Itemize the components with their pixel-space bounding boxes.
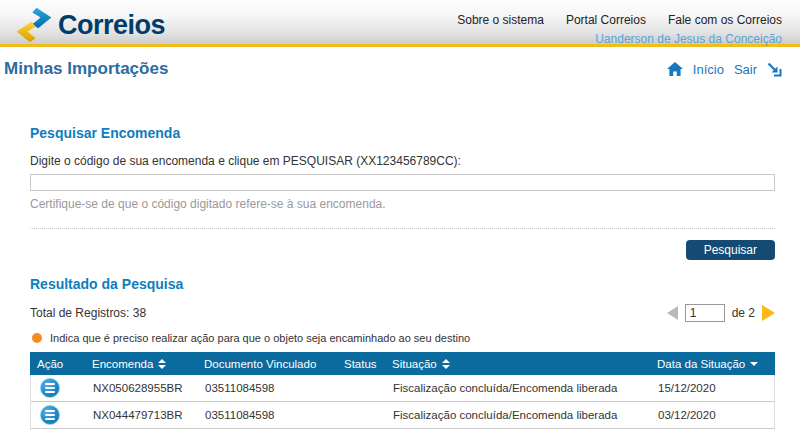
logout-link[interactable]: Sair (734, 62, 757, 77)
home-link[interactable]: Início (693, 62, 724, 77)
page-title: Minhas Importações (4, 59, 168, 79)
table-row: NX044479713BR 03511084598 Fiscalização c… (31, 402, 774, 429)
exit-arrow-icon[interactable] (767, 62, 782, 77)
results-table: Ação Encomenda Documento Vinculado Statu… (30, 352, 775, 430)
sub-header: Minhas Importações Início Sair (0, 47, 800, 79)
action-legend: Indica que é preciso realizar ação para … (30, 332, 775, 344)
row-action-menu-button[interactable] (40, 405, 60, 425)
current-page-input[interactable] (685, 304, 725, 322)
cell-situacao: Fiscalização concluída/Encomenda liberad… (386, 409, 651, 421)
next-page-icon[interactable] (762, 305, 775, 321)
previous-page-icon[interactable] (667, 306, 678, 320)
main-content: Pesquisar Encomenda Digite o código de s… (0, 125, 800, 430)
cell-data: 03/12/2020 (651, 409, 774, 421)
search-instruction-label: Digite o código de sua encomenda e cliqu… (30, 154, 775, 168)
correios-logo[interactable]: Correios (14, 6, 165, 44)
tracking-code-input[interactable] (30, 174, 775, 191)
total-records-label: Total de Registros: 38 (30, 306, 146, 320)
page-count-label: de 2 (732, 306, 755, 320)
dotted-separator (30, 228, 775, 229)
sort-desc-icon[interactable] (750, 362, 758, 366)
cell-encomenda: NX050628955BR (86, 382, 198, 394)
sub-navigation: Início Sair (667, 62, 782, 77)
column-header-status: Status (337, 358, 385, 370)
home-icon[interactable] (667, 62, 683, 77)
cell-encomenda: NX044479713BR (86, 409, 198, 421)
cell-documento: 03511084598 (198, 409, 338, 421)
column-header-data-da-situacao[interactable]: Data da Situação (650, 358, 775, 370)
search-section-title: Pesquisar Encomenda (30, 125, 775, 141)
top-bar: Correios Sobre o sistema Portal Correios… (0, 0, 800, 47)
logged-user-name: Uanderson de Jesus da Conceição (595, 32, 782, 46)
nav-sobre-o-sistema[interactable]: Sobre o sistema (457, 13, 544, 27)
sort-both-icon[interactable] (442, 359, 450, 369)
legend-text: Indica que é preciso realizar ação para … (50, 332, 470, 344)
table-header-row: Ação Encomenda Documento Vinculado Statu… (30, 352, 775, 375)
nav-fale-com-os-correios[interactable]: Fale com os Correios (668, 13, 782, 27)
column-header-acao: Ação (30, 358, 85, 370)
top-navigation: Sobre o sistema Portal Correios Fale com… (457, 13, 782, 27)
logo-wordmark: Correios (58, 10, 165, 41)
cell-situacao: Fiscalização concluída/Encomenda liberad… (386, 382, 651, 394)
cell-data: 15/12/2020 (651, 382, 774, 394)
column-header-situacao[interactable]: Situação (385, 358, 650, 370)
search-button[interactable]: Pesquisar (686, 240, 775, 260)
table-row: NX050628955BR 03511084598 Fiscalização c… (31, 375, 774, 402)
table-body: NX050628955BR 03511084598 Fiscalização c… (30, 375, 775, 430)
row-action-menu-button[interactable] (40, 378, 60, 398)
nav-portal-correios[interactable]: Portal Correios (566, 13, 646, 27)
pagination: de 2 (667, 304, 775, 322)
orange-dot-icon (32, 333, 42, 343)
column-header-documento-vinculado: Documento Vinculado (197, 358, 337, 370)
sort-both-icon[interactable] (158, 359, 166, 369)
column-header-encomenda[interactable]: Encomenda (85, 358, 197, 370)
correios-chevrons-icon (14, 6, 54, 44)
results-section-title: Resultado da Pesquisa (30, 276, 775, 292)
search-help-text: Certifique-se de que o código digitado r… (30, 197, 775, 211)
cell-documento: 03511084598 (198, 382, 338, 394)
